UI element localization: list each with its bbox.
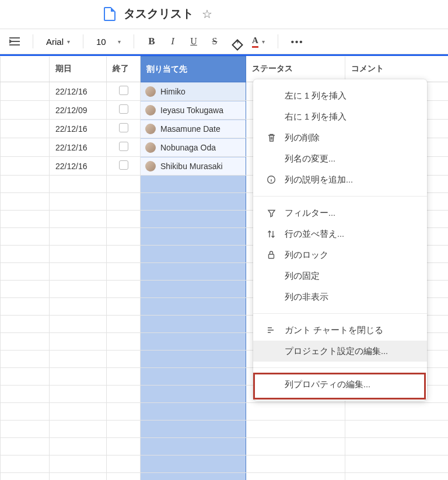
menu-insert-col-left[interactable]: 左に 1 列を挿入 xyxy=(253,85,427,106)
cell-blank[interactable] xyxy=(1,368,50,386)
cell-done[interactable] xyxy=(107,211,141,228)
cell-due[interactable] xyxy=(50,403,107,421)
table-row[interactable] xyxy=(1,403,449,421)
cell-done[interactable] xyxy=(107,473,141,481)
cell-assignee[interactable] xyxy=(141,403,246,421)
cell-assignee[interactable]: Ieyasu Tokugawa xyxy=(141,101,246,120)
cell-status[interactable] xyxy=(246,421,345,438)
cell-done[interactable] xyxy=(107,351,141,368)
cell-due[interactable]: 22/12/16 xyxy=(50,157,107,176)
cell-assignee[interactable]: Shikibu Murasaki xyxy=(141,157,246,176)
cell-blank[interactable] xyxy=(1,193,50,211)
cell-due[interactable] xyxy=(50,351,107,368)
cell-status[interactable] xyxy=(246,456,345,473)
cell-due[interactable] xyxy=(50,386,107,403)
cell-blank[interactable] xyxy=(1,138,50,157)
menu-rename-col[interactable]: 列名の変更... xyxy=(253,148,427,169)
bold-button[interactable]: B xyxy=(144,33,160,50)
cell-assignee[interactable] xyxy=(141,456,246,473)
cell-done[interactable] xyxy=(107,120,141,138)
cell-done[interactable] xyxy=(107,298,141,316)
cell-due[interactable] xyxy=(50,193,107,211)
cell-blank[interactable] xyxy=(1,101,50,120)
indent-button[interactable] xyxy=(6,33,23,50)
menu-filter[interactable]: フィルター... xyxy=(253,202,427,223)
cell-done[interactable] xyxy=(107,138,141,157)
cell-blank[interactable] xyxy=(1,473,50,481)
cell-comment[interactable] xyxy=(345,403,449,421)
cell-comment[interactable] xyxy=(345,438,449,456)
cell-due[interactable] xyxy=(50,456,107,473)
cell-due[interactable] xyxy=(50,176,107,193)
cell-blank[interactable] xyxy=(1,246,50,263)
cell-done[interactable] xyxy=(107,456,141,473)
font-size-dropdown[interactable]: 10 xyxy=(93,33,124,50)
cell-blank[interactable] xyxy=(1,228,50,246)
cell-assignee[interactable] xyxy=(141,281,246,298)
document-title[interactable]: タスクリスト xyxy=(124,6,194,22)
cell-status[interactable] xyxy=(246,403,345,421)
cell-done[interactable] xyxy=(107,101,141,120)
table-row[interactable] xyxy=(1,473,449,481)
cell-assignee[interactable] xyxy=(141,438,246,456)
cell-assignee[interactable] xyxy=(141,298,246,316)
cell-done[interactable] xyxy=(107,263,141,281)
cell-status[interactable] xyxy=(246,438,345,456)
cell-assignee[interactable]: Himiko xyxy=(141,82,246,101)
cell-assignee[interactable]: Masamune Date xyxy=(141,120,246,138)
cell-blank[interactable] xyxy=(1,157,50,176)
italic-button[interactable]: I xyxy=(164,33,181,50)
checkbox[interactable] xyxy=(119,123,128,132)
checkbox[interactable] xyxy=(119,160,128,170)
cell-assignee[interactable] xyxy=(141,211,246,228)
cell-due[interactable] xyxy=(50,438,107,456)
cell-done[interactable] xyxy=(107,438,141,456)
cell-assignee[interactable] xyxy=(141,473,246,481)
cell-due[interactable] xyxy=(50,473,107,481)
cell-due[interactable]: 22/12/09 xyxy=(50,101,107,120)
cell-due[interactable] xyxy=(50,298,107,316)
cell-status[interactable] xyxy=(246,473,345,481)
checkbox[interactable] xyxy=(119,104,128,114)
cell-due[interactable] xyxy=(50,281,107,298)
cell-due[interactable] xyxy=(50,316,107,333)
cell-done[interactable] xyxy=(107,228,141,246)
cell-blank[interactable] xyxy=(1,263,50,281)
cell-blank[interactable] xyxy=(1,298,50,316)
cell-assignee[interactable] xyxy=(141,176,246,193)
cell-blank[interactable] xyxy=(1,316,50,333)
more-button[interactable]: ••• xyxy=(288,33,307,50)
cell-due[interactable] xyxy=(50,228,107,246)
cell-due[interactable]: 22/12/16 xyxy=(50,138,107,157)
header-comment[interactable]: コメント xyxy=(345,57,449,82)
menu-edit-col-props[interactable]: 列プロパティの編集... xyxy=(253,374,427,395)
cell-done[interactable] xyxy=(107,82,141,101)
cell-blank[interactable] xyxy=(1,421,50,438)
cell-comment[interactable] xyxy=(345,421,449,438)
menu-hide-col[interactable]: 列の非表示 xyxy=(253,286,427,307)
cell-done[interactable] xyxy=(107,316,141,333)
cell-due[interactable] xyxy=(50,333,107,351)
cell-blank[interactable] xyxy=(1,351,50,368)
cell-assignee[interactable] xyxy=(141,263,246,281)
menu-close-gantt[interactable]: ガント チャートを閉じる xyxy=(253,320,427,341)
strikethrough-button[interactable]: S xyxy=(206,33,223,50)
cell-done[interactable] xyxy=(107,281,141,298)
cell-blank[interactable] xyxy=(1,211,50,228)
menu-freeze-col[interactable]: 列の固定 xyxy=(253,265,427,286)
underline-button[interactable]: U xyxy=(186,33,202,50)
header-due[interactable]: 期日 xyxy=(50,57,107,82)
cell-blank[interactable] xyxy=(1,333,50,351)
cell-done[interactable] xyxy=(107,421,141,438)
menu-edit-project-settings[interactable]: プロジェクト設定の編集... xyxy=(253,341,427,362)
cell-due[interactable] xyxy=(50,211,107,228)
cell-blank[interactable] xyxy=(1,438,50,456)
cell-assignee[interactable] xyxy=(141,246,246,263)
cell-blank[interactable] xyxy=(1,403,50,421)
cell-done[interactable] xyxy=(107,193,141,211)
table-row[interactable] xyxy=(1,438,449,456)
menu-insert-col-right[interactable]: 右に 1 列を挿入 xyxy=(253,106,427,127)
cell-assignee[interactable] xyxy=(141,333,246,351)
menu-delete-col[interactable]: 列の削除 xyxy=(253,127,427,148)
cell-assignee[interactable]: Nobunaga Oda xyxy=(141,138,246,157)
